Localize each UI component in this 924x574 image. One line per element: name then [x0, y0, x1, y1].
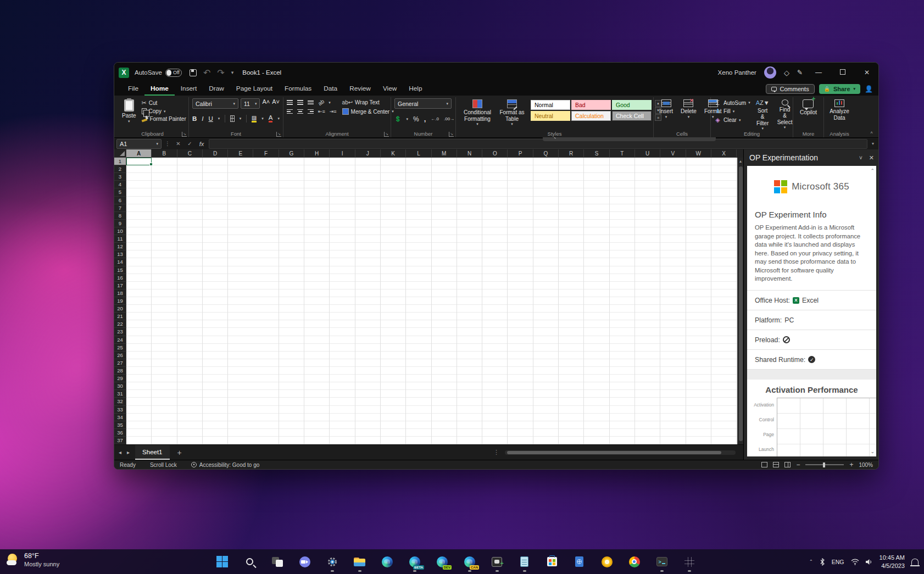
row-header-11[interactable]: 11 [114, 235, 126, 243]
row-header-32[interactable]: 32 [114, 398, 126, 405]
align-top-icon[interactable] [287, 100, 293, 104]
underline-button[interactable]: U [209, 115, 213, 122]
column-header-t[interactable]: T [610, 149, 635, 158]
column-header-f[interactable]: F [253, 149, 279, 158]
undo-icon[interactable]: ↶ [203, 68, 210, 78]
copy-button[interactable]: Copy▾ [142, 108, 186, 114]
font-color-icon[interactable]: A [269, 114, 273, 122]
pane-scroll-down-icon[interactable]: ⌄ [870, 449, 875, 454]
column-header-w[interactable]: W [686, 149, 711, 158]
taskbar-html-document-icon[interactable] [569, 551, 589, 573]
cut-button[interactable]: ✂Cut [142, 99, 186, 107]
merge-center-button[interactable]: Merge & Center▾ [342, 108, 394, 115]
tray-overflow-icon[interactable]: ⌃ [809, 559, 813, 564]
zoom-out-icon[interactable]: − [796, 461, 800, 469]
customize-qat-icon[interactable]: ▾ [231, 70, 234, 75]
pane-scroll-up-icon[interactable]: ⌃ [870, 168, 875, 174]
clear-button[interactable]: ◈Clear▾ [714, 116, 750, 124]
tab-scroll-grip[interactable]: ⋮ [493, 449, 499, 456]
redo-icon[interactable]: ↷ [217, 68, 224, 78]
tab-file[interactable]: File [122, 82, 144, 96]
increase-indent-icon[interactable]: ⇥≡ [330, 109, 337, 114]
row-header-31[interactable]: 31 [114, 390, 126, 398]
column-header-h[interactable]: H [304, 149, 330, 158]
row-header-5[interactable]: 5 [114, 188, 126, 196]
tab-insert[interactable]: Insert [175, 82, 203, 96]
user-name[interactable]: Xeno Panther [718, 69, 756, 76]
row-header-23[interactable]: 23 [114, 328, 126, 336]
row-header-26[interactable]: 26 [114, 352, 126, 359]
row-header-2[interactable]: 2 [114, 165, 126, 173]
avatar[interactable] [764, 66, 776, 79]
tab-formulas[interactable]: Formulas [279, 82, 318, 96]
column-header-c[interactable]: C [177, 149, 203, 158]
column-header-x[interactable]: X [711, 149, 737, 158]
column-header-m[interactable]: M [432, 149, 457, 158]
selected-cell-a1[interactable] [126, 158, 152, 165]
row-header-20[interactable]: 20 [114, 305, 126, 313]
column-header-n[interactable]: N [457, 149, 482, 158]
spreadsheet-cells[interactable] [126, 158, 737, 444]
column-header-j[interactable]: J [355, 149, 381, 158]
maximize-button[interactable] [834, 69, 851, 76]
column-header-s[interactable]: S [584, 149, 609, 158]
taskbar-search-icon[interactable] [240, 551, 260, 573]
status-scroll-lock[interactable]: Scroll Lock [150, 462, 177, 468]
row-header-18[interactable]: 18 [114, 289, 126, 297]
sort-filter-button[interactable]: AZ▼ Sort & Filter▾ [754, 98, 772, 130]
taskbar-chrome-icon[interactable] [624, 551, 644, 573]
taskbar-notepad-icon[interactable] [514, 551, 535, 573]
status-accessibility[interactable]: Accessibility: Good to go [191, 462, 260, 468]
column-header-q[interactable]: Q [533, 149, 559, 158]
wifi-icon[interactable] [851, 559, 859, 565]
row-header-17[interactable]: 17 [114, 282, 126, 289]
row-header-7[interactable]: 7 [114, 204, 126, 212]
row-header-36[interactable]: 36 [114, 429, 126, 437]
row-header-19[interactable]: 19 [114, 297, 126, 305]
clipboard-dialog-launcher[interactable]: ↘ [182, 132, 187, 137]
tab-data[interactable]: Data [318, 82, 343, 96]
taskbar-dev-cube-icon[interactable] [679, 551, 699, 573]
find-select-button[interactable]: Find & Select▾ [775, 98, 795, 130]
row-header-33[interactable]: 33 [114, 406, 126, 414]
cell-style-calculation[interactable]: Calculation [571, 111, 611, 121]
align-center-icon[interactable] [297, 109, 303, 114]
autosave-toggle[interactable]: AutoSave Off [135, 69, 182, 77]
taskbar-start-icon[interactable] [212, 551, 232, 573]
font-name-combo[interactable]: Calibri▾ [192, 98, 238, 109]
taskbar-snipping-tool-icon[interactable]: + [487, 551, 507, 573]
select-all-corner[interactable] [114, 149, 126, 158]
column-header-l[interactable]: L [406, 149, 431, 158]
row-header-27[interactable]: 27 [114, 359, 126, 367]
column-header-a[interactable]: A [126, 149, 152, 158]
column-header-o[interactable]: O [482, 149, 508, 158]
excel-app-icon[interactable]: X [119, 68, 129, 78]
column-header-e[interactable]: E [228, 149, 253, 158]
row-header-30[interactable]: 30 [114, 382, 126, 390]
task-pane-close-icon[interactable]: ✕ [869, 154, 874, 161]
autosave-switch[interactable]: Off [165, 69, 182, 77]
row-header-37[interactable]: 37 [114, 437, 126, 444]
clock[interactable]: 10:45 AM 4/5/2023 [880, 554, 905, 570]
decrease-indent-icon[interactable]: ⇤≡ [318, 109, 325, 114]
bold-button[interactable]: B [192, 115, 197, 122]
taskbar-task-view-icon[interactable] [267, 551, 287, 573]
column-header-d[interactable]: D [203, 149, 228, 158]
column-header-u[interactable]: U [635, 149, 660, 158]
language-indicator[interactable]: ENG [832, 559, 844, 565]
copilot-button[interactable]: Copilot [798, 98, 819, 130]
row-header-13[interactable]: 13 [114, 250, 126, 258]
insert-function-icon[interactable]: fx [197, 141, 207, 147]
row-header-35[interactable]: 35 [114, 421, 126, 429]
column-header-i[interactable]: I [330, 149, 355, 158]
taskbar-edge-dev-icon[interactable]: DEV [432, 551, 452, 573]
borders-icon[interactable] [230, 115, 235, 122]
number-dialog-launcher[interactable]: ↘ [449, 132, 454, 137]
weather-widget[interactable]: 68°F Mostly sunny [7, 552, 59, 568]
row-header-8[interactable]: 8 [114, 212, 126, 220]
save-icon[interactable] [190, 69, 197, 76]
autosum-button[interactable]: ΣAutoSum▾ [714, 99, 750, 106]
align-bottom-icon[interactable] [308, 101, 314, 104]
column-header-g[interactable]: G [279, 149, 304, 158]
italic-button[interactable]: I [202, 115, 203, 122]
